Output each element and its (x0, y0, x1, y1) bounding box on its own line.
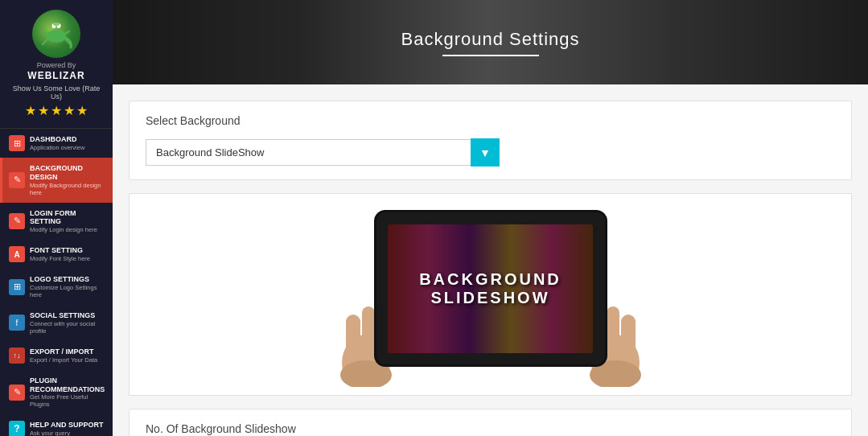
plugins-icon: ✎ (9, 385, 25, 401)
dashboard-icon: ⊞ (9, 135, 25, 151)
sidebar: Powered By WEBLIZAR Show Us Some Love (R… (0, 0, 113, 436)
background-select-dropdown-btn[interactable]: ▼ (471, 138, 500, 167)
star-5[interactable]: ★ (76, 103, 88, 118)
login-form-sublabel: Modify Login design here (30, 226, 106, 233)
select-background-wrapper: Background SlideShow Static Image Video … (146, 138, 500, 167)
logo-label: LOGO SETTINGS (30, 275, 106, 284)
svg-line-10 (64, 31, 69, 35)
sidebar-item-logo[interactable]: ⊞ LOGO SETTINGS Customize Logo Settings … (0, 269, 113, 305)
logo-sublabel: Customize Logo Settings here (30, 284, 106, 298)
star-4[interactable]: ★ (64, 103, 75, 118)
svg-point-6 (53, 23, 60, 26)
svg-point-0 (47, 30, 66, 43)
svg-line-9 (43, 31, 49, 35)
social-label: SOCIAL SETTINGS (30, 311, 106, 320)
header-banner: Background Settings (113, 0, 868, 84)
svg-line-7 (43, 38, 48, 44)
star-3[interactable]: ★ (51, 103, 62, 118)
sidebar-item-background-design[interactable]: ✎ BACKGROUND DESIGN Modify Background de… (0, 158, 113, 203)
background-design-icon: ✎ (9, 172, 25, 188)
sidebar-item-social[interactable]: f SOCIAL SETTINGS Connect with your soci… (0, 305, 113, 341)
svg-rect-13 (362, 306, 375, 367)
login-form-icon: ✎ (9, 213, 25, 229)
chevron-down-icon: ▼ (479, 146, 491, 159)
sidebar-brand: Powered By WEBLIZAR Show Us Some Love (R… (0, 0, 113, 129)
tablet-container: BACKGROUND SLIDESHOW (354, 210, 627, 379)
export-import-icon: ↑↓ (9, 348, 25, 364)
dashboard-sublabel: Application overview (30, 144, 84, 151)
preview-section: BACKGROUND SLIDESHOW (129, 193, 852, 396)
plugins-sublabel: Get More Free Useful Plugins (30, 393, 106, 408)
login-form-label: LOGIN FORM SETTING (30, 209, 106, 227)
sidebar-item-dashboard[interactable]: ⊞ DASHBOARD Application overview (0, 129, 113, 158)
star-1[interactable]: ★ (25, 103, 36, 118)
font-label: FONT SETTING (30, 246, 90, 255)
powered-by-label: Powered By (37, 61, 76, 69)
svg-rect-18 (607, 306, 619, 367)
help-label: HELP AND SUPPORT (30, 421, 104, 430)
help-sublabel: Ask your query (30, 430, 104, 436)
tablet-frame: BACKGROUND SLIDESHOW (374, 210, 607, 367)
select-background-card: Select Background Background SlideShow S… (129, 101, 852, 180)
star-2[interactable]: ★ (38, 103, 49, 118)
tablet-screen: BACKGROUND SLIDESHOW (388, 224, 593, 353)
dashboard-label: DASHBOARD (30, 135, 84, 144)
sidebar-item-login-form[interactable]: ✎ LOGIN FORM SETTING Modify Login design… (0, 203, 113, 241)
background-design-sublabel: Modify Background design here (30, 182, 106, 196)
font-sublabel: Modify Font Style here (30, 255, 90, 262)
star-rating[interactable]: ★ ★ ★ ★ ★ (25, 103, 88, 118)
content-area: Select Background Background SlideShow S… (113, 84, 868, 436)
select-background-title: Select Background (146, 114, 835, 127)
font-icon: A (9, 246, 25, 262)
preview-line1: BACKGROUND (419, 270, 562, 289)
plugins-label: Plugin Recommendations (30, 376, 106, 394)
slideshow-count-title: No. Of Background Slideshow (146, 422, 835, 435)
preview-line2: SLIDESHOW (419, 289, 562, 307)
social-icon: f (9, 315, 25, 331)
social-sublabel: Connect with your social profile (30, 320, 106, 335)
export-import-label: EXPORT / IMPORT (30, 348, 97, 356)
background-type-select[interactable]: Background SlideShow Static Image Video … (146, 139, 471, 166)
background-design-label: BACKGROUND DESIGN (30, 164, 106, 182)
sidebar-item-export-import[interactable]: ↑↓ EXPORT / IMPORT Export / Import Your … (0, 341, 113, 370)
slideshow-count-card: No. Of Background Slideshow ▼ (129, 409, 852, 436)
main-content: Background Settings Select Background Ba… (113, 0, 868, 436)
sidebar-item-font[interactable]: A FONT SETTING Modify Font Style here (0, 240, 113, 269)
rate-prompt-label: Show Us Some Love (Rate Us) (6, 84, 106, 101)
brand-name-label: WEBLIZAR (27, 70, 84, 81)
sidebar-item-help[interactable]: ? HELP AND SUPPORT Ask your query (0, 414, 113, 436)
sidebar-nav: ⊞ DASHBOARD Application overview ✎ BACKG… (0, 129, 113, 436)
page-title: Background Settings (401, 29, 579, 56)
export-import-sublabel: Export / Import Your Data (30, 356, 97, 364)
brand-logo (32, 10, 80, 58)
logo-icon: ⊞ (9, 279, 25, 295)
help-icon: ? (9, 421, 25, 436)
sidebar-item-plugins[interactable]: ✎ Plugin Recommendations Get More Free U… (0, 370, 113, 415)
